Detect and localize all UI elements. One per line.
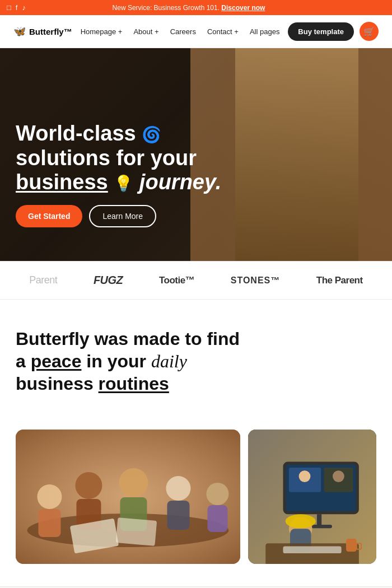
learn-more-button[interactable]: Learn More: [89, 205, 156, 227]
logobar-stones: STONES™: [231, 276, 281, 286]
hero-person-silhouette: [235, 48, 358, 261]
instagram-icon[interactable]: □: [7, 3, 11, 12]
logo-text: Butterfly™: [29, 27, 72, 36]
nav-careers[interactable]: Careers: [170, 27, 196, 36]
svg-point-20: [299, 470, 311, 482]
get-started-button[interactable]: Get Started: [16, 205, 82, 227]
svg-point-22: [333, 470, 344, 482]
heading-routines: routines: [99, 374, 169, 394]
announcement-text: New Service: Business Growth 101. Discov…: [26, 4, 352, 12]
logobar-theparent: The Parent: [316, 275, 363, 286]
heading-in-your: in your: [86, 351, 151, 371]
svg-rect-4: [38, 509, 60, 537]
image-grid: [0, 430, 392, 586]
nav-homepage[interactable]: Homepage +: [81, 27, 123, 36]
butterfly-icon: 🦋: [13, 25, 26, 38]
nav-links: Homepage + About + Careers Contact + All…: [81, 27, 280, 36]
hero-buttons: Get Started Learn More: [16, 205, 221, 227]
logo[interactable]: 🦋 Butterfly™: [13, 25, 72, 38]
logobar-parent: Parent: [29, 274, 57, 286]
hero-title-line2: solutions for your: [16, 146, 197, 170]
svg-rect-23: [317, 514, 321, 526]
hero-title-line1: World-class: [16, 122, 136, 145]
discover-link[interactable]: Discover now: [221, 4, 265, 12]
navbar: 🦋 Butterfly™ Homepage + About + Careers …: [0, 15, 392, 48]
navbar-right: Buy template 🛒: [288, 22, 379, 41]
nav-allpages[interactable]: All pages: [250, 27, 279, 36]
svg-point-26: [286, 514, 316, 528]
logobar-tootie-text: Tootie™: [159, 275, 194, 286]
svg-point-5: [75, 472, 102, 499]
svg-point-3: [37, 484, 62, 509]
heading-a: a: [16, 351, 26, 371]
svg-point-11: [206, 483, 228, 505]
svg-rect-29: [283, 547, 341, 553]
svg-rect-10: [167, 501, 189, 530]
remote-work-photo-card: [248, 430, 376, 564]
buy-template-button[interactable]: Buy template: [288, 22, 354, 41]
heading-part1: Butterfly was made to find: [16, 329, 240, 349]
svg-rect-14: [116, 517, 157, 546]
hero-title: World-class 🌀 solutions for your busines…: [16, 122, 221, 195]
social-icons: □ f ♪: [7, 3, 26, 12]
hero-icon-bulb: 💡: [114, 175, 133, 193]
nav-contact[interactable]: Contact +: [207, 27, 239, 36]
team-meeting-photo: [16, 430, 240, 564]
heading-daily: daily: [151, 351, 187, 371]
logobar-fugz: FUGZ: [94, 274, 123, 287]
heading-peace: peace: [31, 351, 82, 371]
logobar-tootie: Tootie™: [159, 275, 194, 286]
nav-about[interactable]: About +: [133, 27, 158, 36]
svg-rect-30: [346, 539, 357, 552]
cart-button[interactable]: 🛒: [360, 22, 379, 41]
hero-icon-spiral: 🌀: [142, 126, 161, 144]
content-heading: Butterfly was made to find a peace in yo…: [16, 328, 284, 395]
hero-title-journey: journey.: [139, 170, 221, 194]
remote-work-photo: [248, 430, 376, 564]
announcement-message: New Service: Business Growth 101.: [113, 4, 220, 12]
facebook-icon[interactable]: f: [16, 3, 18, 12]
svg-point-7: [119, 468, 148, 497]
cart-icon: 🛒: [363, 26, 375, 37]
announcement-bar: □ f ♪ New Service: Business Growth 101. …: [0, 0, 392, 15]
team-photo-card: [16, 430, 240, 564]
svg-rect-12: [207, 505, 227, 532]
logo-bar: Parent FUGZ Tootie™ STONES™ The Parent: [0, 261, 392, 300]
svg-point-9: [166, 476, 190, 501]
content-section: Butterfly was made to find a peace in yo…: [0, 300, 392, 430]
hero-title-business: business: [16, 170, 108, 194]
heading-business: business: [16, 374, 94, 394]
hero-section: World-class 🌀 solutions for your busines…: [0, 48, 392, 261]
hero-content: World-class 🌀 solutions for your busines…: [16, 122, 221, 227]
